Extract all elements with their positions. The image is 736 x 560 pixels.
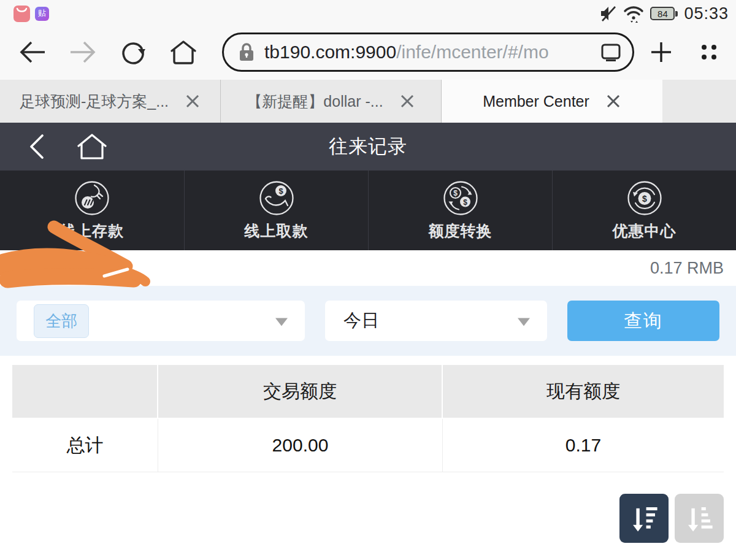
back-button[interactable]: [16, 36, 49, 69]
sort-amount-desc-icon: [627, 502, 661, 535]
coins-exchange-icon: $ $: [442, 180, 479, 217]
home-button[interactable]: [167, 36, 200, 69]
table-header-empty: [12, 365, 158, 418]
sort-amount-asc-icon: [683, 502, 716, 535]
coin-cycle-promo-icon: $: [626, 180, 663, 217]
menu-item-withdraw[interactable]: $ 线上取款: [184, 171, 368, 250]
tab-member-center[interactable]: Member Center: [442, 80, 662, 123]
svg-text:$: $: [453, 189, 458, 198]
lock-icon: [239, 42, 255, 62]
tab-label: 【新提醒】dollar -...: [247, 91, 383, 112]
wifi-icon: [623, 4, 644, 23]
sort-buttons: [619, 494, 724, 543]
query-button[interactable]: 查询: [567, 301, 719, 341]
menu-item-exchange[interactable]: $ $ 额度转换: [368, 171, 552, 250]
menu-item-promotions[interactable]: $ 优惠中心: [552, 171, 736, 250]
balance-amount: 0.17 RMB: [650, 259, 724, 278]
tab-football-forecast[interactable]: 足球预测-足球方案_...: [0, 80, 221, 123]
close-tab-icon[interactable]: [399, 93, 415, 109]
status-icons: 84 05:33: [599, 2, 729, 23]
table-header-row: 交易额度 现有额度: [12, 365, 724, 418]
forward-button[interactable]: [66, 36, 99, 69]
current-amount-cell: 0.17: [443, 419, 724, 472]
browser-toolbar: tb190.com:9900/infe/mcenter/#/mo: [0, 25, 736, 80]
filter-bar: 全部 今日 查询: [0, 286, 736, 356]
table-row-total: 总计 200.00 0.17: [12, 419, 724, 472]
page-header: 往来记录: [0, 123, 736, 171]
quick-menu-bar: 线上存款 $ 线上取款 $ $ 额度转换 $: [0, 171, 736, 250]
notification-badges: 贴: [13, 3, 49, 22]
tab-new-alert-dollar[interactable]: 【新提醒】dollar -...: [221, 80, 442, 123]
type-selected-chip[interactable]: 全部: [34, 304, 89, 338]
menu-label: 额度转换: [429, 221, 493, 241]
total-label-cell: 总计: [12, 419, 158, 472]
table-header-transaction: 交易额度: [158, 365, 443, 418]
chevron-down-icon: [518, 318, 530, 326]
huawei-app-icon: [13, 6, 30, 22]
tab-label: 足球预测-足球方案_...: [20, 91, 169, 112]
table-header-current: 现有额度: [443, 365, 724, 418]
menu-item-deposit[interactable]: 线上存款: [0, 171, 184, 250]
svg-text:$: $: [463, 198, 467, 207]
date-select[interactable]: 今日: [325, 301, 547, 341]
hand-cash-deposit-icon: [74, 180, 110, 217]
page-title: 往来记录: [0, 134, 736, 159]
battery-indicator: 84: [650, 7, 678, 20]
menu-label: 线上取款: [245, 221, 309, 241]
url-path: /infe/mcenter/#/mo: [396, 42, 548, 63]
date-selected-value: 今日: [343, 309, 379, 333]
svg-text:$: $: [642, 194, 647, 204]
transaction-amount-cell: 200.00: [158, 419, 443, 472]
battery-percent: 84: [657, 9, 668, 19]
hand-coin-withdraw-icon: $: [258, 180, 295, 217]
url-bar[interactable]: tb190.com:9900/infe/mcenter/#/mo: [222, 33, 634, 72]
close-tab-icon[interactable]: [185, 93, 201, 109]
menu-grid-icon[interactable]: [698, 41, 720, 63]
svg-text:$: $: [278, 186, 283, 196]
type-select[interactable]: 全部: [17, 301, 305, 341]
tab-label: Member Center: [483, 93, 589, 110]
sort-ascending-button[interactable]: [675, 494, 724, 543]
desktop-site-icon[interactable]: [600, 43, 621, 61]
tieba-app-icon: 贴: [35, 7, 49, 21]
menu-label: 优惠中心: [613, 221, 677, 241]
status-bar: 贴 84 05:33: [0, 0, 736, 25]
summary-table: 交易额度 现有额度 总计 200.00 0.17: [12, 365, 724, 472]
menu-label: 线上存款: [60, 221, 124, 241]
tab-strip-filler: [662, 80, 736, 123]
tab-strip: 足球预测-足球方案_... 【新提醒】dollar -... Member Ce…: [0, 80, 736, 123]
close-tab-icon[interactable]: [605, 93, 621, 109]
url-host: tb190.com:9900: [264, 42, 396, 63]
chevron-down-icon: [275, 318, 288, 326]
mute-icon: [599, 4, 617, 23]
balance-row: 0.17 RMB: [0, 250, 736, 286]
sort-descending-button[interactable]: [619, 494, 669, 543]
url-text: tb190.com:9900/infe/mcenter/#/mo: [264, 42, 594, 63]
new-tab-icon[interactable]: [649, 40, 673, 64]
clock: 05:33: [684, 4, 729, 23]
reload-button[interactable]: [117, 36, 150, 69]
